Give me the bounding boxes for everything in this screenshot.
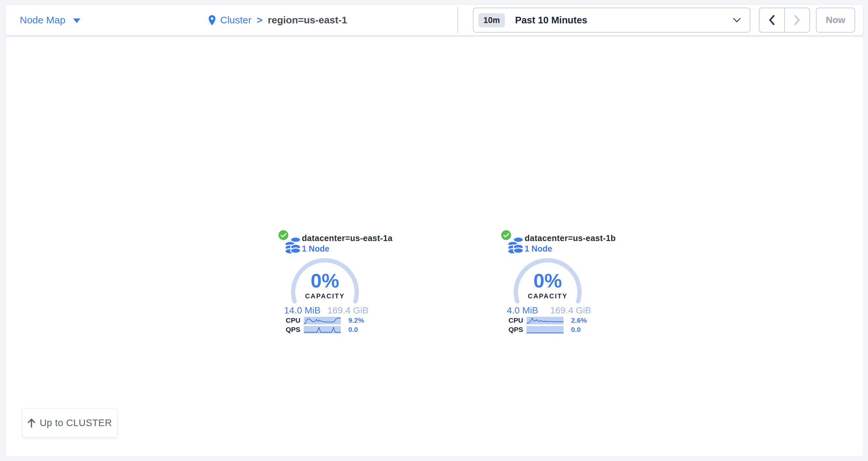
capacity-used: 14.0 MiB xyxy=(284,305,321,316)
capacity-percent: 0% xyxy=(291,270,359,292)
qps-label: QPS xyxy=(286,326,304,334)
capacity-gauge: 0% CAPACITY xyxy=(514,258,582,326)
location-pin-icon xyxy=(209,15,216,25)
cpu-label: CPU xyxy=(286,317,304,324)
datacenter-name: datacenter=us-east-1a xyxy=(302,233,393,243)
qps-value: 0.0 xyxy=(571,326,581,334)
healthy-check-icon xyxy=(277,229,289,241)
capacity-total: 169.4 GiB xyxy=(550,305,591,316)
capacity-percent: 0% xyxy=(514,270,582,292)
cpu-value: 9.2% xyxy=(348,317,364,324)
breadcrumb-separator: > xyxy=(257,14,262,26)
time-range-label: Past 10 Minutes xyxy=(515,15,587,26)
up-to-cluster-button[interactable]: Up to CLUSTER xyxy=(22,408,117,438)
node-count: 1 Node xyxy=(302,244,329,254)
cpu-metric-row: CPU 2.6% xyxy=(508,317,587,324)
cpu-sparkline xyxy=(527,317,563,324)
breadcrumb-cluster-link[interactable]: Cluster xyxy=(220,14,251,26)
datacenter-card[interactable]: datacenter=us-east-1a 1 Node 0% CAPACITY… xyxy=(277,229,432,337)
cpu-value: 2.6% xyxy=(571,317,587,324)
arrow-up-icon xyxy=(27,418,36,428)
datacenter-name: datacenter=us-east-1b xyxy=(525,233,616,243)
prev-range-button[interactable] xyxy=(760,8,785,32)
healthy-check-icon xyxy=(500,229,512,241)
next-range-button[interactable] xyxy=(785,8,810,32)
cpu-metric-row: CPU 9.2% xyxy=(286,317,364,324)
node-map-canvas: datacenter=us-east-1a 1 Node 0% CAPACITY… xyxy=(6,37,863,456)
now-button[interactable]: Now xyxy=(816,7,855,33)
breadcrumb: Cluster > region=us-east-1 xyxy=(209,5,347,35)
header-divider xyxy=(457,7,458,34)
node-count: 1 Node xyxy=(525,244,552,254)
chevron-left-icon xyxy=(769,15,775,25)
up-to-cluster-label: Up to CLUSTER xyxy=(39,418,112,428)
time-range-dropdown[interactable]: 10m Past 10 Minutes xyxy=(473,7,750,33)
qps-label: QPS xyxy=(508,326,527,334)
view-selector-dropdown[interactable]: Node Map xyxy=(20,5,81,35)
time-range-badge: 10m xyxy=(478,13,505,27)
chevron-down-icon xyxy=(733,18,741,23)
capacity-gauge-arc xyxy=(291,258,359,326)
capacity-gauge-arc xyxy=(514,258,582,326)
qps-metric-row: QPS 0.0 xyxy=(508,326,581,334)
chevron-right-icon xyxy=(794,15,801,25)
datacenter-card[interactable]: datacenter=us-east-1b 1 Node 0% CAPACITY… xyxy=(500,229,655,337)
breadcrumb-current: region=us-east-1 xyxy=(268,14,347,26)
qps-sparkline xyxy=(527,326,563,334)
capacity-total: 169.4 GiB xyxy=(327,305,368,316)
qps-sparkline xyxy=(304,326,341,334)
capacity-used: 4.0 MiB xyxy=(507,305,538,316)
time-step-group xyxy=(759,7,810,33)
capacity-values: 4.0 MiB 169.4 GiB xyxy=(507,305,591,316)
qps-metric-row: QPS 0.0 xyxy=(286,326,358,334)
capacity-gauge: 0% CAPACITY xyxy=(291,258,359,326)
cpu-label: CPU xyxy=(508,317,527,324)
capacity-caption: CAPACITY xyxy=(514,292,582,300)
capacity-caption: CAPACITY xyxy=(291,292,359,300)
chevron-down-icon xyxy=(73,19,81,23)
cpu-sparkline xyxy=(304,317,341,324)
qps-value: 0.0 xyxy=(348,326,358,334)
top-bar: Node Map Cluster > region=us-east-1 10m … xyxy=(6,5,863,35)
capacity-values: 14.0 MiB 169.4 GiB xyxy=(284,305,368,316)
view-selector-label: Node Map xyxy=(20,14,65,26)
